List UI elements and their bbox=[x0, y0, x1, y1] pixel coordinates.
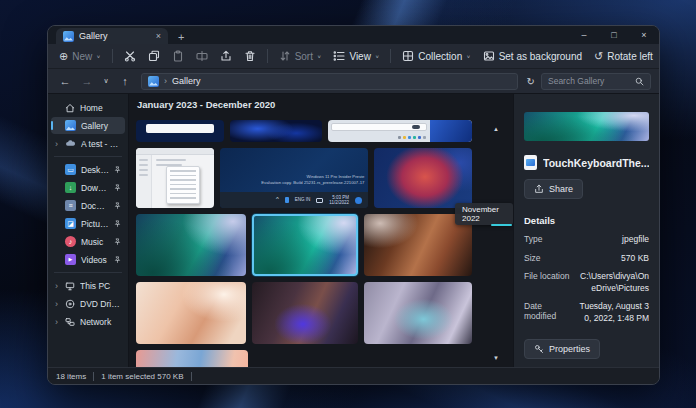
sort-button[interactable]: Sort ∨ bbox=[274, 47, 327, 65]
search-input[interactable] bbox=[548, 76, 635, 86]
sidebar-item-onedrive[interactable]: › A test - Personal bbox=[51, 135, 125, 152]
gallery-thumbnail-13[interactable] bbox=[136, 350, 248, 367]
delete-button[interactable] bbox=[239, 47, 261, 65]
gallery-thumbnail-10[interactable] bbox=[136, 282, 246, 344]
status-bar: 18 items 1 item selected 570 KB bbox=[48, 367, 659, 384]
file-preview-image[interactable] bbox=[524, 112, 649, 141]
cut-button[interactable] bbox=[119, 47, 141, 65]
paste-button[interactable] bbox=[167, 47, 189, 65]
dvd-icon bbox=[65, 299, 75, 309]
toolbar-separator bbox=[267, 49, 268, 63]
scissors-icon bbox=[124, 50, 136, 62]
details-heading: Details bbox=[524, 215, 649, 226]
sort-icon bbox=[279, 50, 291, 62]
expand-chevron-icon[interactable]: › bbox=[55, 299, 58, 309]
clipboard-icon bbox=[172, 50, 184, 62]
chevron-down-icon: ∨ bbox=[96, 54, 100, 59]
sidebar-item-videos[interactable]: ▶ Videos bbox=[51, 251, 125, 268]
copy-button[interactable] bbox=[143, 47, 165, 65]
selected-file-name: TouchKeyboardThe... bbox=[543, 157, 649, 169]
documents-icon: ≡ bbox=[65, 200, 76, 211]
close-button[interactable]: × bbox=[629, 30, 659, 40]
breadcrumb-separator: › bbox=[164, 76, 167, 86]
gallery-thumbnail-12[interactable] bbox=[364, 282, 472, 344]
scroll-down-icon[interactable]: ▼ bbox=[493, 355, 499, 361]
timeline-scroll-indicator[interactable] bbox=[491, 224, 512, 226]
status-divider bbox=[191, 372, 192, 381]
detail-row-type: Type jpegfile bbox=[524, 234, 649, 245]
view-button[interactable]: View ∨ bbox=[328, 47, 384, 65]
chevron-down-icon: ∨ bbox=[466, 54, 470, 59]
breadcrumb[interactable]: › Gallery bbox=[141, 73, 518, 90]
sidebar-divider bbox=[54, 156, 122, 157]
home-icon bbox=[65, 103, 75, 113]
pin-icon bbox=[114, 184, 121, 191]
desktop-icon: ▭ bbox=[65, 164, 76, 175]
back-button[interactable]: ← bbox=[56, 75, 74, 87]
expand-chevron-icon[interactable]: › bbox=[55, 281, 58, 291]
plus-circle-icon: ⊕ bbox=[59, 51, 68, 62]
gallery-thumbnail-desktop-screenshot[interactable]: Windows 11 Pro Insider Previe Evaluation… bbox=[220, 148, 368, 208]
share-button[interactable]: Share bbox=[524, 179, 583, 199]
sidebar-item-home[interactable]: Home bbox=[51, 99, 125, 116]
videos-icon: ▶ bbox=[65, 254, 76, 265]
pin-icon bbox=[114, 166, 121, 173]
forward-button[interactable]: → bbox=[78, 75, 96, 87]
sidebar-item-downloads[interactable]: ↓ Downloads bbox=[51, 179, 125, 196]
collection-icon bbox=[402, 50, 414, 62]
watermark-line2: Evaluation copy. Build 25231.rs_prerelea… bbox=[261, 180, 364, 186]
file-explorer-window: Gallery × + – □ × ⊕ New ∨ bbox=[47, 25, 660, 385]
sidebar-item-this-pc[interactable]: › This PC bbox=[51, 277, 125, 294]
scroll-up-icon[interactable]: ▲ bbox=[493, 126, 499, 132]
status-divider bbox=[93, 372, 94, 381]
search-box bbox=[541, 73, 651, 90]
gallery-thumbnail-4[interactable] bbox=[136, 148, 214, 208]
gallery-thumbnail-selected[interactable] bbox=[252, 214, 358, 276]
detail-row-size: Size 570 KB bbox=[524, 253, 649, 264]
expand-chevron-icon[interactable]: › bbox=[55, 139, 58, 149]
rotate-left-button[interactable]: ↺ Rotate left bbox=[589, 48, 658, 65]
maximize-button[interactable]: □ bbox=[599, 30, 629, 40]
sidebar-item-documents[interactable]: ≡ Documents bbox=[51, 197, 125, 214]
pin-icon bbox=[114, 202, 121, 209]
tab-gallery[interactable]: Gallery × bbox=[56, 28, 168, 44]
gallery-thumbnail-7[interactable] bbox=[136, 214, 246, 276]
up-button[interactable]: ↑ bbox=[116, 75, 134, 87]
items-count: 18 items bbox=[56, 372, 86, 381]
gallery-thumbnail-3[interactable] bbox=[328, 120, 472, 142]
tab-close-icon[interactable]: × bbox=[156, 31, 161, 41]
tray-date: 11/2/2022 bbox=[329, 200, 349, 205]
toolbar-separator bbox=[390, 49, 391, 63]
gallery-thumbnail-1[interactable] bbox=[136, 120, 224, 142]
rename-icon bbox=[196, 50, 208, 62]
breadcrumb-location: Gallery bbox=[172, 76, 201, 86]
sidebar-item-pictures[interactable]: ◪ Pictures bbox=[51, 215, 125, 232]
new-tab-button[interactable]: + bbox=[178, 30, 184, 44]
new-button[interactable]: ⊕ New ∨ bbox=[54, 48, 106, 65]
expand-chevron-icon[interactable]: › bbox=[55, 317, 58, 327]
recent-locations-button[interactable]: ∨ bbox=[100, 77, 112, 85]
properties-button[interactable]: Properties bbox=[524, 339, 600, 359]
refresh-button[interactable]: ↻ bbox=[527, 76, 535, 87]
gallery-thumbnail-11[interactable] bbox=[252, 282, 358, 344]
sidebar-item-desktop[interactable]: ▭ Desktop bbox=[51, 161, 125, 178]
sidebar-item-dvd-drive[interactable]: › DVD Drive (D:) CCC bbox=[51, 295, 125, 312]
sidebar-item-gallery[interactable]: Gallery bbox=[51, 117, 125, 134]
onedrive-cloud-icon bbox=[65, 138, 76, 149]
minimize-button[interactable]: – bbox=[569, 30, 599, 40]
collection-button[interactable]: Collection ∨ bbox=[397, 47, 475, 65]
timeline-date-badge: November 2022 bbox=[455, 203, 513, 225]
view-icon bbox=[333, 50, 345, 62]
sidebar-divider bbox=[54, 272, 122, 273]
set-as-background-button[interactable]: Set as background bbox=[478, 47, 587, 65]
gallery-thumbnail-6[interactable] bbox=[374, 148, 472, 208]
pictures-icon: ◪ bbox=[65, 218, 76, 229]
image-icon bbox=[483, 50, 495, 62]
sidebar-item-network[interactable]: › Network bbox=[51, 313, 125, 330]
rename-button[interactable] bbox=[191, 47, 213, 65]
chevron-down-icon: ∨ bbox=[317, 54, 321, 59]
sidebar-item-music[interactable]: ♪ Music bbox=[51, 233, 125, 250]
properties-icon bbox=[534, 344, 544, 354]
gallery-thumbnail-2[interactable] bbox=[230, 120, 322, 142]
share-button-toolbar[interactable] bbox=[215, 47, 237, 65]
